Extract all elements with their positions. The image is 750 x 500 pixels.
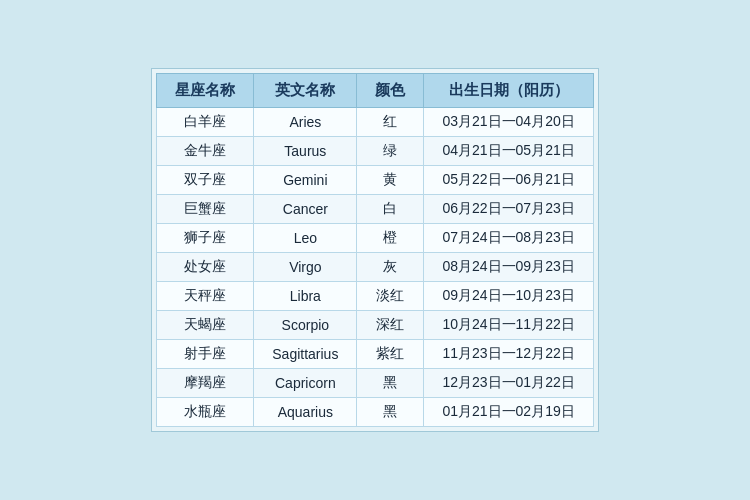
cell-dates: 01月21日一02月19日: [424, 398, 593, 427]
cell-chinese-name: 白羊座: [157, 108, 254, 137]
cell-english-name: Libra: [254, 282, 357, 311]
table-row: 白羊座Aries红03月21日一04月20日: [157, 108, 593, 137]
cell-chinese-name: 射手座: [157, 340, 254, 369]
cell-color: 白: [357, 195, 424, 224]
cell-color: 黑: [357, 398, 424, 427]
table-header-row: 星座名称 英文名称 颜色 出生日期（阳历）: [157, 74, 593, 108]
cell-dates: 11月23日一12月22日: [424, 340, 593, 369]
cell-english-name: Gemini: [254, 166, 357, 195]
cell-chinese-name: 巨蟹座: [157, 195, 254, 224]
cell-chinese-name: 双子座: [157, 166, 254, 195]
cell-dates: 07月24日一08月23日: [424, 224, 593, 253]
cell-english-name: Cancer: [254, 195, 357, 224]
cell-chinese-name: 摩羯座: [157, 369, 254, 398]
cell-chinese-name: 水瓶座: [157, 398, 254, 427]
table-row: 巨蟹座Cancer白06月22日一07月23日: [157, 195, 593, 224]
col-english-name: 英文名称: [254, 74, 357, 108]
cell-color: 紫红: [357, 340, 424, 369]
zodiac-table: 星座名称 英文名称 颜色 出生日期（阳历） 白羊座Aries红03月21日一04…: [156, 73, 593, 427]
table-row: 射手座Sagittarius紫红11月23日一12月22日: [157, 340, 593, 369]
col-color: 颜色: [357, 74, 424, 108]
cell-english-name: Taurus: [254, 137, 357, 166]
cell-dates: 12月23日一01月22日: [424, 369, 593, 398]
table-body: 白羊座Aries红03月21日一04月20日金牛座Taurus绿04月21日一0…: [157, 108, 593, 427]
cell-dates: 06月22日一07月23日: [424, 195, 593, 224]
cell-chinese-name: 天蝎座: [157, 311, 254, 340]
cell-color: 灰: [357, 253, 424, 282]
cell-color: 黑: [357, 369, 424, 398]
cell-dates: 10月24日一11月22日: [424, 311, 593, 340]
table-row: 金牛座Taurus绿04月21日一05月21日: [157, 137, 593, 166]
table-row: 双子座Gemini黄05月22日一06月21日: [157, 166, 593, 195]
cell-dates: 05月22日一06月21日: [424, 166, 593, 195]
cell-color: 深红: [357, 311, 424, 340]
cell-dates: 04月21日一05月21日: [424, 137, 593, 166]
cell-dates: 03月21日一04月20日: [424, 108, 593, 137]
col-chinese-name: 星座名称: [157, 74, 254, 108]
cell-color: 黄: [357, 166, 424, 195]
cell-english-name: Scorpio: [254, 311, 357, 340]
cell-english-name: Capricorn: [254, 369, 357, 398]
cell-chinese-name: 金牛座: [157, 137, 254, 166]
cell-color: 淡红: [357, 282, 424, 311]
table-row: 狮子座Leo橙07月24日一08月23日: [157, 224, 593, 253]
cell-color: 橙: [357, 224, 424, 253]
cell-dates: 09月24日一10月23日: [424, 282, 593, 311]
cell-chinese-name: 天秤座: [157, 282, 254, 311]
zodiac-table-container: 星座名称 英文名称 颜色 出生日期（阳历） 白羊座Aries红03月21日一04…: [151, 68, 598, 432]
col-dates: 出生日期（阳历）: [424, 74, 593, 108]
cell-english-name: Aquarius: [254, 398, 357, 427]
table-row: 水瓶座Aquarius黑01月21日一02月19日: [157, 398, 593, 427]
cell-chinese-name: 狮子座: [157, 224, 254, 253]
cell-chinese-name: 处女座: [157, 253, 254, 282]
cell-dates: 08月24日一09月23日: [424, 253, 593, 282]
cell-english-name: Leo: [254, 224, 357, 253]
table-row: 处女座Virgo灰08月24日一09月23日: [157, 253, 593, 282]
cell-english-name: Aries: [254, 108, 357, 137]
cell-color: 红: [357, 108, 424, 137]
cell-english-name: Virgo: [254, 253, 357, 282]
table-row: 天秤座Libra淡红09月24日一10月23日: [157, 282, 593, 311]
table-row: 天蝎座Scorpio深红10月24日一11月22日: [157, 311, 593, 340]
cell-english-name: Sagittarius: [254, 340, 357, 369]
cell-color: 绿: [357, 137, 424, 166]
table-row: 摩羯座Capricorn黑12月23日一01月22日: [157, 369, 593, 398]
